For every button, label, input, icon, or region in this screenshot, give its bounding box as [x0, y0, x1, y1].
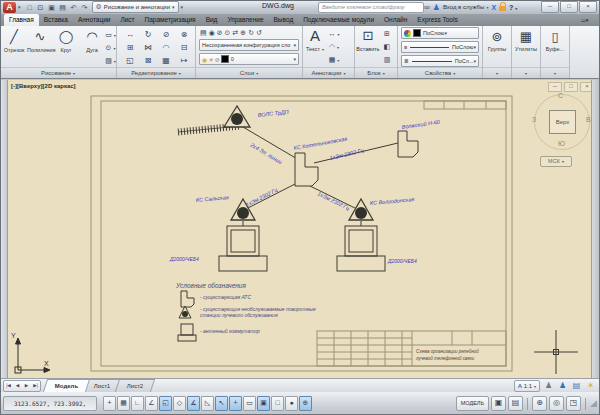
status-toggle-button[interactable]: ∠ [145, 396, 158, 411]
panel-title-block[interactable]: Блок [355, 67, 397, 78]
draw-tool-button[interactable]: ∿ Полилиния [27, 27, 53, 68]
layout-nav-button[interactable]: ▶ [22, 381, 31, 391]
edit-tool-icon[interactable]: ⊞ [121, 41, 139, 54]
qat-overflow-icon[interactable]: ▾ [181, 4, 184, 10]
draw-tool-button[interactable]: ╱ Отрезок [1, 27, 27, 68]
station-right[interactable] [337, 199, 385, 271]
edit-tool-icon[interactable]: ◠ [157, 41, 175, 54]
panel-title-clipboard[interactable] [541, 67, 569, 78]
ribbon-tab[interactable]: Express Tools [412, 14, 462, 26]
layout-tab[interactable]: Модель [43, 379, 90, 392]
status-toggle-button[interactable]: ● [285, 396, 298, 411]
layer-tool-icon[interactable]: ▤ [200, 28, 207, 37]
ribbon-tab[interactable]: Вывод [269, 14, 299, 26]
edit-tool-icon[interactable]: ↦ [175, 54, 193, 67]
window-button[interactable]: ─ [541, 1, 559, 13]
viewcube-east[interactable]: В [586, 116, 591, 123]
status-toggle-button[interactable]: ◇ [173, 396, 186, 411]
ribbon-tab[interactable]: Вставка [39, 14, 73, 26]
drawing-canvas[interactable]: [-][Вверху][2D каркас] ─□× [0, 80, 592, 378]
annotate-mini-button[interactable]: ↔ [327, 28, 341, 41]
block-mini-button[interactable]: ▥ [381, 54, 393, 67]
label-d-left[interactable]: Д2000/ЧЕБ4 [169, 256, 199, 262]
status-toggle-button[interactable]: ▦ [117, 396, 130, 411]
layout-nav-button[interactable]: ▶| [31, 381, 40, 391]
ribbon-tab[interactable]: Вид [201, 14, 223, 26]
wcs-button[interactable]: МСК [540, 156, 572, 167]
label-ks-center[interactable]: КС Котельниковская [293, 136, 348, 151]
label-line-top[interactable]: 2х4 Эл. линии [249, 141, 284, 165]
quick-view-button[interactable]: ▤ [508, 396, 523, 411]
station-left[interactable] [219, 199, 267, 271]
exchange-icon[interactable]: Х [491, 4, 496, 11]
model-space-button[interactable]: МОДЕЛЬ [456, 396, 489, 411]
edit-tool-icon[interactable]: ⊗ [175, 28, 193, 41]
panel-title-edit[interactable]: Редактирование [117, 67, 195, 78]
text-tool-button[interactable]: A Текст [303, 26, 327, 67]
navigation-tool-button[interactable]: ◳ [566, 396, 581, 411]
edit-tool-icon[interactable]: ↔ [121, 28, 139, 41]
status-toggle-button[interactable]: ▭ [243, 396, 256, 411]
building-center[interactable] [295, 153, 318, 186]
ribbon-tab[interactable]: Управление [222, 14, 268, 26]
label-line-down[interactable]: 1хЭм 2302 Гц [317, 191, 351, 212]
app-menu-arrow-icon[interactable]: ▾ [18, 4, 21, 10]
layer-tool-icon[interactable]: ⊕ [240, 28, 246, 37]
layout-tab[interactable]: Лист2 [114, 379, 155, 392]
annotation-scale-button[interactable]: А 1:1 [514, 380, 540, 392]
qat-button-icon[interactable]: ↷ [80, 2, 90, 13]
search-icon[interactable]: ∞ [424, 3, 430, 12]
viewcube-face-top[interactable]: Верх [549, 110, 576, 134]
label-ks-left[interactable]: КС Сальская [196, 194, 230, 203]
block-mini-button[interactable]: ⊞ [381, 28, 393, 41]
layer-tool-icon[interactable]: ⊘ [217, 28, 223, 37]
ribbon-tab[interactable]: Главная [4, 14, 39, 26]
draw-mini-button[interactable]: ⊙ [105, 42, 116, 55]
draw-mini-button[interactable]: ▭ [105, 29, 116, 42]
navigation-tool-button[interactable]: ◎ [549, 396, 564, 411]
label-line-left[interactable]: 1хЭм 2302 Гц [245, 187, 279, 208]
panel-title-layers[interactable]: Слои [196, 67, 302, 78]
qat-button-icon[interactable]: ↶ [69, 2, 79, 13]
status-toggle-button[interactable]: + [103, 396, 116, 411]
radio-tower-top[interactable] [224, 106, 250, 127]
lock-icon[interactable] [499, 6, 506, 11]
layout-nav-button[interactable]: |◀ [4, 381, 13, 391]
edit-tool-icon[interactable]: ↻ [139, 28, 157, 41]
edit-tool-icon[interactable]: ⋈ [139, 41, 157, 54]
navigation-tool-button[interactable]: ⊕ [532, 396, 547, 411]
clipboard-button[interactable]: ▯ Буфе... [541, 26, 569, 52]
panel-title-groups[interactable] [483, 67, 511, 78]
insert-block-button[interactable]: ⊡ Вставить [355, 26, 381, 67]
viewcube-south[interactable]: Ю [558, 140, 565, 147]
label-vols[interactable]: ВОЛС ТрДП [257, 109, 288, 118]
layout-nav-button[interactable]: ◀ [13, 381, 22, 391]
panel-title-props[interactable]: Свойства [398, 67, 482, 78]
legend[interactable]: Условные обозначения - существующая АТС … [175, 282, 316, 341]
annotation-visibility-icon[interactable]: ♟ [543, 380, 554, 391]
layer-tool-icon[interactable]: ◉ [209, 28, 215, 37]
resize-grip-icon[interactable]: ◢ [590, 397, 597, 410]
quick-view-button[interactable]: ▣ [491, 396, 506, 411]
edit-tool-icon[interactable]: ⊠ [139, 54, 157, 67]
status-toggle-button[interactable]: ↖ [215, 396, 228, 411]
viewcube-north[interactable]: С [558, 92, 563, 99]
utils-button[interactable]: ▦ Утилиты [512, 26, 540, 52]
coordinates-readout[interactable]: 3123.6527, 723.3992, 0.0000 [3, 396, 97, 411]
layer-tool-icon[interactable]: ↻ [248, 28, 254, 37]
layer-tool-icon[interactable]: ↺ [256, 28, 262, 37]
window-button[interactable]: × [579, 1, 597, 13]
ribbon-tab[interactable]: Лист [115, 14, 139, 26]
signin-button[interactable]: Вход в службы [443, 4, 489, 10]
window-button[interactable]: □ [560, 1, 578, 13]
qat-button-icon[interactable]: ⊡ [36, 2, 46, 13]
status-toggle-button[interactable]: + [229, 396, 242, 411]
qat-button-icon[interactable]: ▣ [47, 2, 57, 13]
label-volzhsky[interactable]: Волжский Н-60 [401, 119, 441, 130]
status-toggle-button[interactable]: ∟ [131, 396, 144, 411]
bulb-status-icon[interactable]: ☀ [585, 380, 596, 391]
edit-tool-icon[interactable]: ⊘ [157, 28, 175, 41]
ribbon-tab[interactable]: Параметризация [140, 14, 201, 26]
label-d-right[interactable]: Д2000/ЧЕБ4 [387, 258, 417, 264]
viewcube[interactable]: С З В Ю Верх [534, 94, 590, 150]
